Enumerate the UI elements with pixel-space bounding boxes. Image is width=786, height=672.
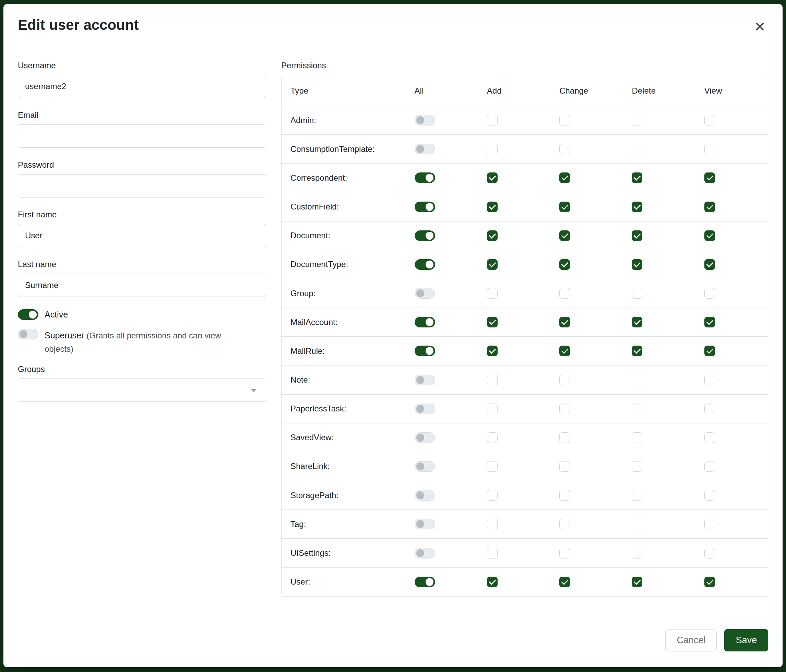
permission-delete-checkbox-note[interactable] [632, 375, 642, 385]
permission-change-checkbox-customfield[interactable] [559, 202, 570, 212]
permission-all-toggle-documenttype[interactable] [415, 259, 435, 270]
permission-all-toggle-paperlesstask[interactable] [415, 404, 435, 414]
permission-all-toggle-mailaccount[interactable] [415, 317, 435, 327]
permission-add-checkbox-sharelink[interactable] [487, 461, 498, 472]
permission-change-checkbox-uisettings[interactable] [559, 548, 570, 559]
permission-delete-checkbox-consumptiontemplate[interactable] [632, 144, 642, 154]
permission-change-checkbox-mailrule[interactable] [559, 345, 570, 356]
email-input[interactable] [18, 124, 266, 148]
permission-delete-checkbox-paperlesstask[interactable] [632, 404, 642, 414]
permission-all-toggle-storagepath[interactable] [415, 490, 435, 501]
permission-view-checkbox-note[interactable] [704, 375, 715, 385]
permission-view-checkbox-paperlesstask[interactable] [704, 404, 715, 414]
permission-add-checkbox-mailaccount[interactable] [487, 317, 498, 327]
permission-delete-checkbox-user[interactable] [632, 577, 642, 587]
close-icon[interactable] [751, 16, 768, 34]
permission-delete-checkbox-sharelink[interactable] [632, 461, 642, 472]
permission-add-checkbox-documenttype[interactable] [487, 259, 498, 270]
permission-view-checkbox-tag[interactable] [704, 519, 715, 529]
permission-add-checkbox-customfield[interactable] [487, 202, 498, 212]
permission-add-checkbox-note[interactable] [487, 375, 498, 385]
permission-change-checkbox-storagepath[interactable] [559, 490, 570, 501]
permission-add-checkbox-mailrule[interactable] [487, 345, 498, 356]
permission-change-checkbox-user[interactable] [559, 577, 570, 587]
permission-add-checkbox-consumptiontemplate[interactable] [487, 144, 498, 154]
permission-view-checkbox-documenttype[interactable] [704, 259, 715, 270]
permission-all-toggle-tag[interactable] [415, 519, 435, 529]
permission-add-checkbox-uisettings[interactable] [487, 548, 498, 559]
permission-all-toggle-correspondent[interactable] [415, 173, 435, 183]
permission-delete-checkbox-admin[interactable] [632, 115, 642, 126]
permission-all-toggle-savedview[interactable] [415, 432, 435, 443]
permission-all-toggle-customfield[interactable] [415, 202, 435, 212]
permission-all-toggle-mailrule[interactable] [415, 345, 435, 356]
permission-change-checkbox-correspondent[interactable] [559, 173, 570, 183]
permission-view-checkbox-consumptiontemplate[interactable] [704, 144, 715, 154]
permission-view-checkbox-document[interactable] [704, 231, 715, 241]
permission-all-toggle-user[interactable] [415, 577, 435, 587]
permission-view-checkbox-uisettings[interactable] [704, 548, 715, 559]
permission-view-checkbox-admin[interactable] [704, 115, 715, 126]
permission-delete-checkbox-documenttype[interactable] [632, 259, 642, 270]
permission-all-toggle-admin[interactable] [415, 115, 435, 126]
permission-view-checkbox-storagepath[interactable] [704, 490, 715, 501]
permission-view-checkbox-mailrule[interactable] [704, 345, 715, 356]
permission-all-toggle-uisettings[interactable] [415, 548, 435, 559]
permission-delete-checkbox-storagepath[interactable] [632, 490, 642, 501]
permission-change-checkbox-paperlesstask[interactable] [559, 404, 570, 414]
permission-change-checkbox-document[interactable] [559, 231, 570, 241]
permissions-header-row: Type All Add Change Delete View [281, 76, 768, 106]
permission-delete-checkbox-document[interactable] [632, 231, 642, 241]
permission-delete-checkbox-group[interactable] [632, 288, 642, 298]
save-button[interactable]: Save [724, 629, 768, 652]
permission-add-checkbox-user[interactable] [487, 577, 498, 587]
cancel-button[interactable]: Cancel [665, 629, 717, 652]
permission-delete-checkbox-uisettings[interactable] [632, 548, 642, 559]
permission-delete-checkbox-tag[interactable] [632, 519, 642, 529]
permission-all-toggle-group[interactable] [415, 288, 435, 298]
first-name-input[interactable] [18, 224, 266, 247]
permission-view-checkbox-customfield[interactable] [704, 202, 715, 212]
permission-all-toggle-note[interactable] [415, 375, 435, 385]
permission-view-checkbox-correspondent[interactable] [704, 173, 715, 183]
permission-change-checkbox-documenttype[interactable] [559, 259, 570, 270]
permission-all-toggle-document[interactable] [415, 231, 435, 241]
permission-row-tag: Tag: [281, 510, 768, 539]
permission-add-checkbox-storagepath[interactable] [487, 490, 498, 501]
permission-change-checkbox-consumptiontemplate[interactable] [559, 144, 570, 154]
permission-add-checkbox-group[interactable] [487, 288, 498, 298]
permission-all-toggle-consumptiontemplate[interactable] [415, 144, 435, 154]
groups-field-group: Groups [18, 364, 266, 402]
password-input[interactable] [18, 174, 266, 198]
toggle-knob [426, 261, 434, 268]
permission-view-checkbox-user[interactable] [704, 577, 715, 587]
username-input[interactable] [18, 75, 266, 98]
permission-add-checkbox-document[interactable] [487, 231, 498, 241]
permission-delete-checkbox-customfield[interactable] [632, 202, 642, 212]
permission-view-checkbox-mailaccount[interactable] [704, 317, 715, 327]
permission-change-checkbox-note[interactable] [559, 375, 570, 385]
permission-delete-checkbox-mailrule[interactable] [632, 345, 642, 356]
permission-view-checkbox-savedview[interactable] [704, 432, 715, 443]
superuser-toggle[interactable] [18, 329, 38, 339]
permission-view-checkbox-sharelink[interactable] [704, 461, 715, 472]
permission-delete-checkbox-correspondent[interactable] [632, 173, 642, 183]
permission-add-checkbox-admin[interactable] [487, 115, 498, 126]
permission-view-checkbox-group[interactable] [704, 288, 715, 298]
permission-all-toggle-sharelink[interactable] [415, 461, 435, 472]
permission-add-checkbox-tag[interactable] [487, 519, 498, 529]
active-toggle[interactable] [18, 309, 38, 320]
permission-change-checkbox-mailaccount[interactable] [559, 317, 570, 327]
permission-change-checkbox-group[interactable] [559, 288, 570, 298]
permission-add-checkbox-savedview[interactable] [487, 432, 498, 443]
permission-add-checkbox-paperlesstask[interactable] [487, 404, 498, 414]
permission-delete-checkbox-savedview[interactable] [632, 432, 642, 443]
last-name-input[interactable] [18, 273, 266, 297]
permission-change-checkbox-tag[interactable] [559, 519, 570, 529]
groups-select[interactable] [18, 378, 266, 402]
permission-add-checkbox-correspondent[interactable] [487, 173, 498, 183]
permission-change-checkbox-sharelink[interactable] [559, 461, 570, 472]
permission-change-checkbox-admin[interactable] [559, 115, 570, 126]
permission-delete-checkbox-mailaccount[interactable] [632, 317, 642, 327]
permission-change-checkbox-savedview[interactable] [559, 432, 570, 443]
